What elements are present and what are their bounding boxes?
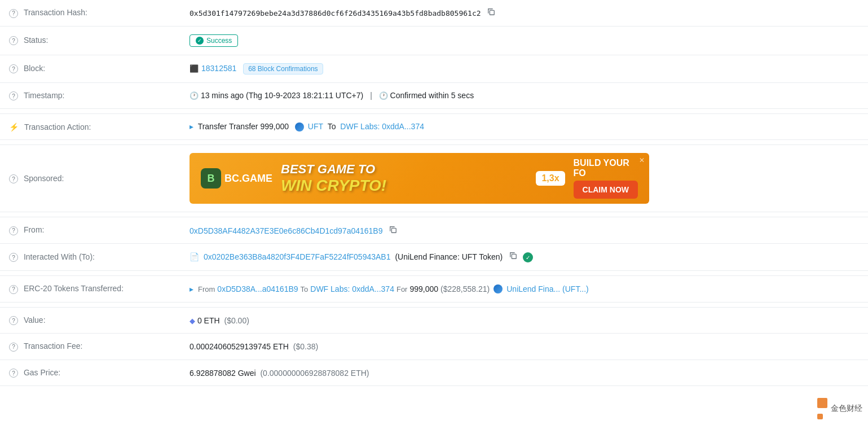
sponsored-row: ? Sponsored: B BC.GAME BEST GAME TO WIN …	[0, 145, 868, 212]
gas-label: ? Gas Price:	[0, 360, 180, 386]
erc20-from-address-link[interactable]: 0xD5D38A...a04161B9	[217, 284, 298, 293]
from-label: ? From:	[0, 217, 180, 244]
erc20-token-icon	[494, 284, 503, 293]
block-value-cell: ⬛ 18312581 68 Block Confirmations	[180, 55, 868, 82]
to-copy-icon[interactable]	[509, 252, 517, 260]
to-row: ? Interacted With (To): 📄 0x0202Be363B8a…	[0, 243, 868, 271]
from-copy-icon[interactable]	[389, 226, 397, 234]
status-value-cell: ✓ Success	[180, 26, 868, 55]
hash-help-icon[interactable]: ?	[9, 9, 18, 18]
erc20-for-label: For	[396, 285, 408, 293]
action-to-address-link[interactable]: DWF Labs: 0xddA...374	[340, 122, 424, 131]
to-help-icon[interactable]: ?	[9, 253, 18, 262]
value-help-icon[interactable]: ?	[9, 316, 18, 325]
fee-amount: 0.00024060529139745 ETH	[190, 342, 289, 351]
hash-row: ? Transaction Hash: 0x5d301f14797269bebe…	[0, 0, 868, 26]
ad-close-icon[interactable]: ✕	[639, 156, 645, 164]
gas-eth: (0.000000006928878082 ETH)	[260, 369, 369, 378]
spacer-row-2	[0, 140, 868, 145]
hash-label: ? Transaction Hash:	[0, 0, 180, 26]
erc20-to-label: To	[301, 285, 309, 293]
erc20-value-cell: ▸ From 0xD5D38A...a04161B9 To DWF Labs: …	[180, 276, 868, 303]
contract-icon: 📄	[190, 252, 199, 261]
action-value-cell: ▸ Transfer Transfer 999,000 UFT To DWF L…	[180, 114, 868, 140]
ad-badge: 1,3x	[536, 171, 565, 186]
block-row: ? Block: ⬛ 18312581 68 Block Confirmatio…	[0, 55, 868, 82]
confirmations-badge: 68 Block Confirmations	[243, 63, 323, 75]
sponsored-value-cell: B BC.GAME BEST GAME TO WIN CRYPTO! 1,3x …	[180, 145, 868, 212]
block-help-icon[interactable]: ?	[9, 64, 18, 73]
status-label: ? Status:	[0, 26, 180, 55]
from-value-cell: 0xD5D38AF4482A37E3E0e6c86Cb4D1cd97a04161…	[180, 217, 868, 244]
spacer-row-4	[0, 271, 868, 276]
from-row: ? From: 0xD5D38AF4482A37E3E0e6c86Cb4D1cd…	[0, 217, 868, 244]
ad-cta-button[interactable]: CLAIM NOW	[574, 181, 638, 199]
clock-icon-2: 🕐	[379, 91, 388, 100]
action-token-link[interactable]: UFT	[308, 122, 325, 131]
value-usd: ($0.00)	[224, 316, 249, 325]
erc20-usd: ($228,558.21)	[440, 284, 490, 293]
gas-row: ? Gas Price: 6.928878082 Gwei (0.0000000…	[0, 360, 868, 386]
ad-logo: B BC.GAME	[201, 168, 272, 189]
to-value-cell: 📄 0x0202Be363B8a4820f3F4DE7FaF5224fF0594…	[180, 243, 868, 271]
fee-help-icon[interactable]: ?	[9, 343, 18, 352]
action-text: Transfer	[198, 122, 229, 131]
fee-label: ? Transaction Fee:	[0, 334, 180, 360]
ad-logo-icon: B	[201, 168, 221, 189]
erc20-token-name-link[interactable]: UniLend Fina... (UFT...)	[506, 284, 589, 293]
hash-value: 0x5d301f14797269bebe24a3d37886d0cf6f26d3…	[190, 9, 481, 17]
spacer-row-5	[0, 302, 868, 307]
block-icon: ⬛	[190, 64, 199, 73]
erc20-to-address-link[interactable]: DWF Labs: 0xddA...374	[310, 284, 394, 293]
timestamp-row: ? Timestamp: 🕐 13 mins ago (Thg 10-9-202…	[0, 82, 868, 109]
value-amount: 0 ETH	[197, 316, 220, 325]
ad-main-text: BEST GAME TO	[281, 162, 527, 177]
fee-value-cell: 0.00024060529139745 ETH ($0.38)	[180, 334, 868, 360]
spacer-row-3	[0, 212, 868, 217]
lightning-icon: ⚡	[9, 122, 19, 132]
to-label: ? Interacted With (To):	[0, 243, 180, 271]
status-row: ? Status: ✓ Success	[0, 26, 868, 55]
fee-row: ? Transaction Fee: 0.00024060529139745 E…	[0, 334, 868, 360]
to-name: (UniLend Finance: UFT Token)	[395, 252, 503, 261]
action-to-label: To	[328, 122, 336, 131]
hash-copy-icon[interactable]	[487, 8, 495, 16]
value-value-cell: ◆ 0 ETH ($0.00)	[180, 307, 868, 334]
svg-rect-0	[490, 11, 495, 15]
erc20-amount: 999,000	[409, 284, 438, 293]
erc20-transfer-row: ▸ From 0xD5D38A...a04161B9 To DWF Labs: …	[190, 284, 859, 293]
erc20-arrow: ▸	[190, 284, 193, 293]
block-number-link[interactable]: ⬛ 18312581	[190, 64, 236, 73]
separator: |	[370, 91, 372, 100]
status-help-icon[interactable]: ?	[9, 36, 18, 45]
sponsored-help-icon[interactable]: ?	[9, 174, 18, 183]
timestamp-label: ? Timestamp:	[0, 82, 180, 109]
hash-value-cell: 0x5d301f14797269bebe24a3d37886d0cf6f26d3…	[180, 0, 868, 26]
gas-help-icon[interactable]: ?	[9, 369, 18, 378]
from-address-link[interactable]: 0xD5D38AF4482A37E3E0e6c86Cb4D1cd97a04161…	[190, 226, 385, 235]
block-label: ? Block:	[0, 55, 180, 82]
fee-usd: ($0.38)	[293, 342, 318, 351]
check-icon: ✓	[196, 37, 204, 45]
transaction-details-table: ? Transaction Hash: 0x5d301f14797269bebe…	[0, 0, 868, 386]
uft-token-icon	[295, 122, 304, 132]
to-address-link[interactable]: 0x0202Be363B8a4820f3F4DE7FaF5224fF05943A…	[204, 252, 393, 261]
ad-right: BUILD YOUR FO CLAIM NOW	[574, 158, 638, 199]
from-help-icon[interactable]: ?	[9, 226, 18, 235]
action-arrow: ▸	[190, 122, 193, 131]
status-badge: ✓ Success	[190, 34, 238, 47]
timestamp-help-icon[interactable]: ?	[9, 91, 18, 100]
svg-rect-1	[392, 228, 396, 233]
clock-icon-1: 🕐	[190, 91, 199, 100]
action-row: ⚡ Transaction Action: ▸ Transfer Transfe…	[0, 114, 868, 140]
eth-icon: ◆	[190, 317, 195, 325]
spacer-row-1	[0, 109, 868, 114]
erc20-label: ? ERC-20 Tokens Transferred:	[0, 276, 180, 303]
value-label: ? Value:	[0, 307, 180, 334]
erc20-row: ? ERC-20 Tokens Transferred: ▸ From 0xD5…	[0, 276, 868, 303]
sponsored-label: ? Sponsored:	[0, 145, 180, 212]
erc20-help-icon[interactable]: ?	[9, 285, 18, 294]
gas-value-cell: 6.928878082 Gwei (0.000000006928878082 E…	[180, 360, 868, 386]
ad-banner[interactable]: B BC.GAME BEST GAME TO WIN CRYPTO! 1,3x …	[190, 153, 649, 204]
value-row: ? Value: ◆ 0 ETH ($0.00)	[0, 307, 868, 334]
